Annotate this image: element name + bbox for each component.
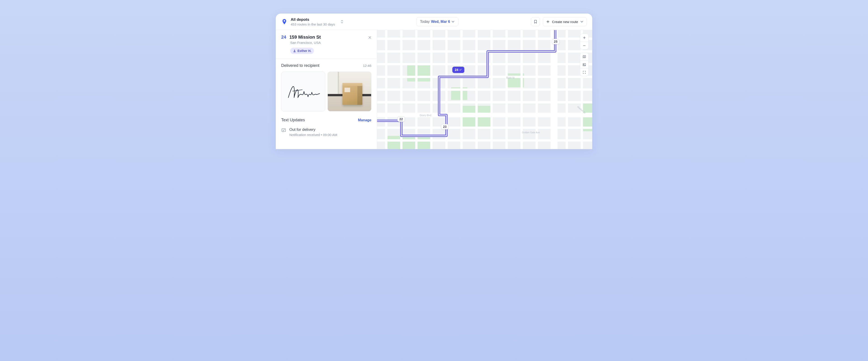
plus-icon (583, 36, 586, 39)
depot-subtitle: 453 routes in the last 30 days (291, 22, 335, 26)
bookmark-icon (533, 20, 537, 24)
depot-selector[interactable]: All depots 453 routes in the last 30 day… (281, 18, 344, 26)
depot-title: All depots (291, 18, 335, 22)
chevron-down-icon (452, 20, 455, 23)
today-label: Today (420, 20, 430, 24)
zoom-out-button[interactable] (580, 41, 588, 49)
map[interactable]: 22 23 24 25 Geary Blvd Bush St Golden Ga… (377, 30, 592, 149)
sort-icon (340, 20, 344, 24)
svg-rect-3 (407, 64, 433, 81)
text-updates-title: Text Updates (281, 118, 305, 123)
delivery-time: 12:46 (363, 64, 371, 68)
location-pin-icon (281, 19, 287, 25)
fit-bounds-button[interactable] (580, 68, 588, 76)
zoom-in-button[interactable] (580, 34, 588, 41)
date-value: Wed, Mar 6 (431, 20, 450, 24)
update-title: Out for delivery (289, 127, 337, 132)
crosshair-icon (583, 70, 586, 74)
driver-chip[interactable]: Esther H. (290, 48, 314, 54)
manage-link[interactable]: Manage (358, 118, 371, 122)
create-route-label: Create new route (552, 20, 578, 24)
date-picker[interactable]: Today Wed, Mar 6 (416, 17, 458, 26)
text-updates-section: Text Updates Manage Out for delivery Not… (276, 116, 377, 142)
create-route-button[interactable]: Create new route (543, 17, 587, 26)
stop-number: 24 (281, 35, 286, 40)
stop-address: 159 Mission St (289, 35, 321, 40)
chevron-down-icon (580, 20, 583, 23)
map-layer-button[interactable] (580, 53, 588, 61)
map-marker-25[interactable]: 25 (552, 39, 559, 44)
svg-point-35 (584, 64, 584, 65)
map-canvas (377, 30, 592, 149)
update-subtitle: Notification received • 09:00 AM (289, 133, 337, 137)
svg-rect-34 (583, 63, 586, 66)
driver-name: Esther H. (298, 49, 311, 53)
delivery-title: Delivered to recipient (281, 63, 319, 68)
package-photo-illustration (328, 72, 371, 111)
svg-point-0 (294, 50, 295, 51)
message-check-icon (281, 128, 286, 133)
sidebar[interactable]: 24 159 Mission St San Francisco, USA Est… (276, 30, 377, 149)
topbar: All depots 453 routes in the last 30 day… (276, 13, 592, 30)
layer-control (580, 53, 589, 76)
satellite-layer-button[interactable] (580, 61, 588, 68)
map-marker-23[interactable]: 23 (441, 124, 449, 129)
update-item: Out for delivery Notification received •… (281, 126, 371, 138)
check-icon (459, 68, 462, 71)
close-icon (368, 36, 372, 39)
svg-rect-8 (386, 136, 433, 149)
map-marker-22[interactable]: 22 (397, 116, 405, 122)
zoom-control (580, 34, 589, 50)
map-marker-24-active[interactable]: 24 (452, 67, 465, 73)
minus-icon (583, 44, 586, 47)
plus-icon (546, 20, 550, 24)
map-controls (580, 34, 589, 76)
stop-city: San Francisco, USA (290, 41, 371, 44)
app-window: All depots 453 routes in the last 30 day… (276, 13, 592, 149)
stop-header: 24 159 Mission St San Francisco, USA Est… (276, 30, 377, 59)
signature-proof[interactable] (281, 72, 325, 111)
map-icon (583, 55, 586, 59)
person-icon (293, 49, 296, 53)
bookmark-button[interactable] (531, 17, 540, 26)
image-icon (583, 63, 586, 66)
delivery-section: Delivered to recipient 12:46 (276, 59, 377, 116)
close-button[interactable] (367, 35, 372, 40)
photo-proof[interactable] (328, 72, 372, 111)
body: 24 159 Mission St San Francisco, USA Est… (276, 30, 592, 149)
signature-icon (286, 78, 320, 105)
